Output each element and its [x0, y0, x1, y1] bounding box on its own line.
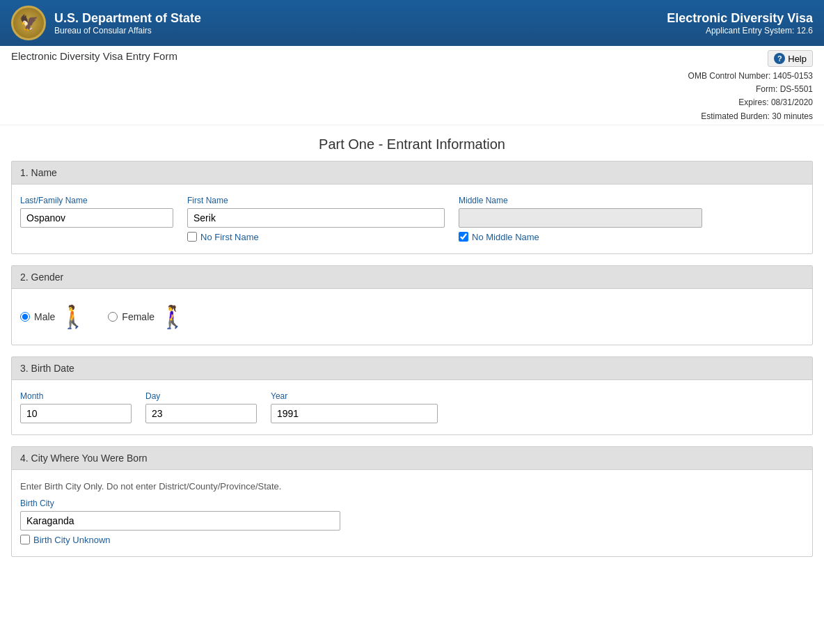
form-title: Electronic Diversity Visa Entry Form — [11, 50, 177, 62]
header-right: Electronic Diversity Visa Applicant Entr… — [667, 11, 813, 36]
no-middle-name-row: No Middle Name — [459, 232, 702, 242]
form-number: Form: DS-5501 — [688, 83, 813, 96]
bureau-name: Bureau of Consular Affairs — [54, 26, 201, 36]
name-section-body: Last/Family Name First Name No First Nam… — [12, 184, 812, 253]
help-button[interactable]: ? Help — [768, 50, 813, 67]
header-left: 🦅 U.S. Department of State Bureau of Con… — [11, 6, 201, 40]
name-section-header: 1. Name — [12, 162, 812, 184]
page-header: 🦅 U.S. Department of State Bureau of Con… — [0, 0, 824, 46]
estimated-burden: Estimated Burden: 30 minutes — [688, 110, 813, 123]
system-name: Electronic Diversity Visa — [667, 11, 813, 26]
male-option[interactable]: Male 🚶 — [20, 306, 87, 328]
month-input[interactable] — [20, 404, 132, 423]
male-figure-icon: 🚶 — [59, 306, 87, 328]
birth-city-section-header: 4. City Where You Were Born — [12, 447, 812, 470]
birthdate-fields: Month Day Year — [20, 391, 804, 423]
no-first-name-row: No First Name — [187, 232, 445, 242]
page-title: Part One - Entrant Information — [0, 125, 824, 161]
no-first-name-checkbox[interactable] — [187, 232, 197, 242]
female-figure-icon: 🚶‍♀️ — [159, 306, 187, 328]
birth-city-input[interactable] — [20, 511, 340, 531]
name-fields-row: Last/Family Name First Name No First Nam… — [20, 196, 804, 242]
gender-section-body: Male 🚶 Female 🚶‍♀️ — [12, 289, 812, 345]
last-name-input[interactable] — [20, 208, 173, 228]
female-label: Female — [122, 311, 154, 322]
middle-name-input[interactable] — [459, 208, 702, 228]
omb-control-number: OMB Control Number: 1405-0153 — [688, 70, 813, 83]
seal-icon: 🦅 — [19, 14, 38, 32]
first-name-label: First Name — [187, 196, 445, 205]
birth-city-unknown-label: Birth City Unknown — [33, 535, 111, 545]
female-option[interactable]: Female 🚶‍♀️ — [108, 306, 187, 328]
first-name-group: First Name No First Name — [187, 196, 445, 242]
day-input[interactable] — [145, 404, 257, 423]
birth-city-section-body: Enter Birth City Only. Do not enter Dist… — [12, 470, 812, 556]
agency-info: U.S. Department of State Bureau of Consu… — [54, 11, 201, 36]
state-department-seal: 🦅 — [11, 6, 46, 40]
birth-city-section: 4. City Where You Were Born Enter Birth … — [11, 446, 813, 557]
help-label: Help — [788, 54, 807, 64]
middle-name-label: Middle Name — [459, 196, 702, 205]
no-middle-name-label: No Middle Name — [472, 232, 539, 242]
month-label: Month — [20, 391, 132, 401]
year-label: Year — [271, 391, 438, 401]
first-name-input[interactable] — [187, 208, 445, 228]
omb-info: OMB Control Number: 1405-0153 Form: DS-5… — [688, 70, 813, 123]
middle-name-group: Middle Name No Middle Name — [459, 196, 702, 242]
male-label: Male — [34, 311, 55, 322]
no-middle-name-checkbox[interactable] — [459, 232, 468, 242]
gender-section-header: 2. Gender — [12, 266, 812, 289]
help-icon: ? — [774, 53, 785, 64]
month-group: Month — [20, 391, 132, 423]
form-title-area: Electronic Diversity Visa Entry Form — [11, 50, 177, 62]
day-group: Day — [145, 391, 257, 423]
main-content: 1. Name Last/Family Name First Name No F… — [0, 161, 824, 582]
no-first-name-label: No First Name — [200, 232, 259, 242]
birth-city-unknown-row: Birth City Unknown — [20, 535, 804, 545]
male-radio[interactable] — [20, 312, 30, 322]
year-input[interactable] — [271, 404, 438, 423]
birth-city-label: Birth City — [20, 498, 804, 508]
right-meta: ? Help OMB Control Number: 1405-0153 For… — [688, 50, 813, 123]
subheader-bar: Electronic Diversity Visa Entry Form ? H… — [0, 46, 824, 125]
female-radio[interactable] — [108, 312, 118, 322]
last-name-label: Last/Family Name — [20, 196, 173, 205]
birth-date-section: 3. Birth Date Month Day Year — [11, 356, 813, 435]
birth-city-unknown-checkbox[interactable] — [20, 535, 30, 544]
birth-city-instruction: Enter Birth City Only. Do not enter Dist… — [20, 481, 804, 492]
expiry-date: Expires: 08/31/2020 — [688, 96, 813, 109]
birth-date-section-body: Month Day Year — [12, 380, 812, 434]
name-section: 1. Name Last/Family Name First Name No F… — [11, 161, 813, 254]
last-name-group: Last/Family Name — [20, 196, 173, 242]
birth-date-section-header: 3. Birth Date — [12, 357, 812, 380]
gender-options: Male 🚶 Female 🚶‍♀️ — [20, 300, 804, 333]
day-label: Day — [145, 391, 257, 401]
system-version: Applicant Entry System: 12.6 — [667, 26, 813, 36]
birth-city-group: Birth City Birth City Unknown — [20, 498, 804, 545]
gender-section: 2. Gender Male 🚶 Female 🚶‍♀️ — [11, 265, 813, 345]
agency-name: U.S. Department of State — [54, 11, 201, 26]
year-group: Year — [271, 391, 438, 423]
